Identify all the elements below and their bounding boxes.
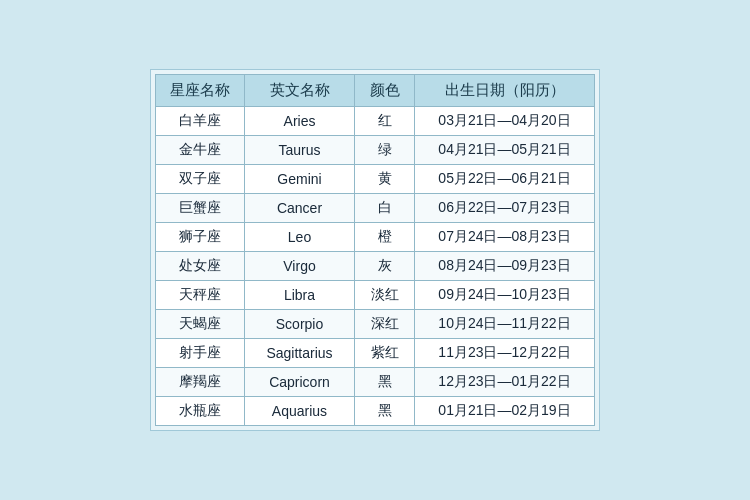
table-row: 狮子座Leo橙07月24日—08月23日: [156, 223, 595, 252]
table-row: 水瓶座Aquarius黑01月21日—02月19日: [156, 397, 595, 426]
cell-color: 灰: [355, 252, 415, 281]
table-row: 双子座Gemini黄05月22日—06月21日: [156, 165, 595, 194]
table-row: 天蝎座Scorpio深红10月24日—11月22日: [156, 310, 595, 339]
table-row: 白羊座Aries红03月21日—04月20日: [156, 107, 595, 136]
cell-date: 03月21日—04月20日: [415, 107, 595, 136]
cell-chinese: 天蝎座: [156, 310, 245, 339]
cell-color: 黑: [355, 397, 415, 426]
table-row: 天秤座Libra淡红09月24日—10月23日: [156, 281, 595, 310]
cell-date: 01月21日—02月19日: [415, 397, 595, 426]
cell-color: 橙: [355, 223, 415, 252]
cell-chinese: 处女座: [156, 252, 245, 281]
cell-color: 绿: [355, 136, 415, 165]
cell-chinese: 狮子座: [156, 223, 245, 252]
table-row: 摩羯座Capricorn黑12月23日—01月22日: [156, 368, 595, 397]
table-row: 射手座Sagittarius紫红11月23日—12月22日: [156, 339, 595, 368]
cell-date: 07月24日—08月23日: [415, 223, 595, 252]
cell-english: Aquarius: [245, 397, 355, 426]
cell-chinese: 射手座: [156, 339, 245, 368]
cell-date: 12月23日—01月22日: [415, 368, 595, 397]
cell-date: 11月23日—12月22日: [415, 339, 595, 368]
cell-date: 09月24日—10月23日: [415, 281, 595, 310]
cell-chinese: 双子座: [156, 165, 245, 194]
cell-english: Sagittarius: [245, 339, 355, 368]
cell-chinese: 摩羯座: [156, 368, 245, 397]
cell-english: Scorpio: [245, 310, 355, 339]
cell-date: 08月24日—09月23日: [415, 252, 595, 281]
zodiac-table-container: 星座名称 英文名称 颜色 出生日期（阳历） 白羊座Aries红03月21日—04…: [150, 69, 600, 431]
header-chinese: 星座名称: [156, 75, 245, 107]
cell-english: Gemini: [245, 165, 355, 194]
cell-english: Capricorn: [245, 368, 355, 397]
cell-color: 黑: [355, 368, 415, 397]
cell-chinese: 白羊座: [156, 107, 245, 136]
header-color: 颜色: [355, 75, 415, 107]
cell-english: Taurus: [245, 136, 355, 165]
cell-date: 10月24日—11月22日: [415, 310, 595, 339]
cell-color: 淡红: [355, 281, 415, 310]
cell-color: 黄: [355, 165, 415, 194]
cell-color: 紫红: [355, 339, 415, 368]
table-header-row: 星座名称 英文名称 颜色 出生日期（阳历）: [156, 75, 595, 107]
header-date: 出生日期（阳历）: [415, 75, 595, 107]
cell-english: Leo: [245, 223, 355, 252]
cell-english: Cancer: [245, 194, 355, 223]
cell-chinese: 金牛座: [156, 136, 245, 165]
table-row: 金牛座Taurus绿04月21日—05月21日: [156, 136, 595, 165]
cell-color: 白: [355, 194, 415, 223]
cell-english: Virgo: [245, 252, 355, 281]
cell-date: 04月21日—05月21日: [415, 136, 595, 165]
cell-color: 红: [355, 107, 415, 136]
cell-date: 06月22日—07月23日: [415, 194, 595, 223]
cell-chinese: 巨蟹座: [156, 194, 245, 223]
cell-date: 05月22日—06月21日: [415, 165, 595, 194]
table-row: 处女座Virgo灰08月24日—09月23日: [156, 252, 595, 281]
header-english: 英文名称: [245, 75, 355, 107]
cell-chinese: 天秤座: [156, 281, 245, 310]
table-row: 巨蟹座Cancer白06月22日—07月23日: [156, 194, 595, 223]
cell-chinese: 水瓶座: [156, 397, 245, 426]
cell-english: Aries: [245, 107, 355, 136]
cell-english: Libra: [245, 281, 355, 310]
zodiac-table: 星座名称 英文名称 颜色 出生日期（阳历） 白羊座Aries红03月21日—04…: [155, 74, 595, 426]
cell-color: 深红: [355, 310, 415, 339]
